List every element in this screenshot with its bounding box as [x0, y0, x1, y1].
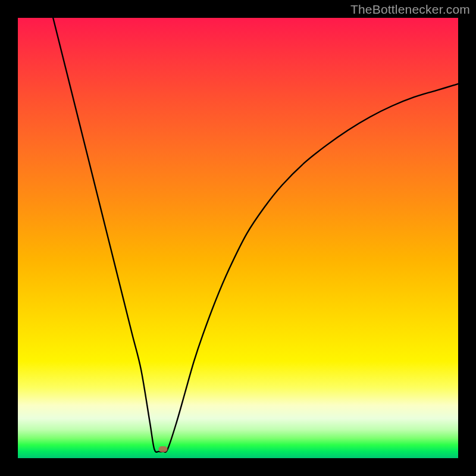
optimum-dot	[159, 446, 168, 452]
watermark-text: TheBottlenecker.com	[350, 2, 470, 17]
chart-frame: TheBottlenecker.com	[0, 0, 476, 476]
bottleneck-curve	[18, 18, 458, 458]
plot-area	[18, 18, 458, 458]
curve-path	[53, 18, 458, 452]
